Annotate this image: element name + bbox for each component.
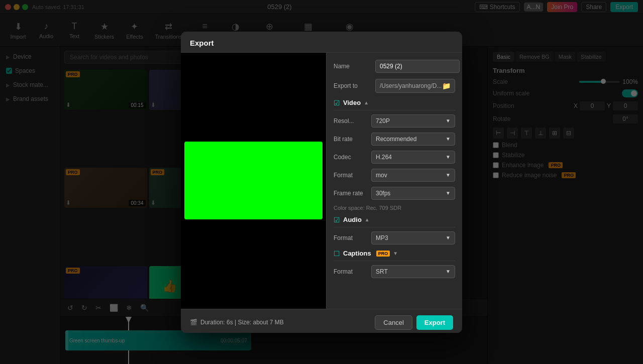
codec-row: Codec H.264 ▼ — [334, 151, 455, 164]
audio-format-value: MP3 — [376, 234, 388, 241]
preview-video — [184, 142, 323, 219]
color-space-label: Color space: Rec. 709 SDR — [334, 205, 455, 211]
audio-format-chevron-icon: ▼ — [446, 235, 451, 240]
cancel-button[interactable]: Cancel — [375, 315, 412, 330]
framerate-label: Frame rate — [334, 190, 371, 197]
framerate-value: 30fps — [376, 190, 390, 197]
codec-label: Codec — [334, 154, 371, 161]
format-label: Format — [334, 172, 371, 179]
resolution-row: Resol... 720P ▼ — [334, 114, 455, 128]
modal-preview — [181, 53, 327, 309]
browse-folder-button[interactable]: 📁 — [442, 82, 451, 90]
duration-text: Duration: 6s | Size: about 7 MB — [200, 319, 284, 326]
name-label: Name — [334, 63, 371, 70]
audio-format-dropdown[interactable]: MP3 ▼ — [371, 231, 455, 245]
video-check-icon: ☑ — [334, 99, 340, 107]
bitrate-row: Bit rate Recommended ▼ — [334, 133, 455, 146]
captions-format-chevron-icon: ▼ — [446, 269, 451, 274]
export-button[interactable]: Export — [416, 315, 453, 330]
captions-chevron-icon: ▼ — [393, 251, 398, 256]
codec-dropdown[interactable]: H.264 ▼ — [371, 151, 455, 164]
export-to-row: Export to /Users/yanhuarong/D... 📁 — [334, 79, 455, 93]
video-section-label: Video — [343, 99, 361, 106]
footer-buttons: Cancel Export — [375, 315, 453, 330]
bitrate-value: Recommended — [376, 136, 416, 143]
captions-section-header: ☐ Captions PRO ▼ — [334, 250, 455, 261]
resolution-value: 720P — [376, 117, 390, 125]
video-section-header: ☑ Video ▲ — [334, 99, 455, 110]
bitrate-label: Bit rate — [334, 136, 371, 143]
modal-overlay: Export Name 0529 (2) Export to /Users/ya… — [0, 0, 643, 364]
export-path-value: /Users/yanhuarong/D... — [380, 82, 442, 89]
duration-info: 🎬 Duration: 6s | Size: about 7 MB — [190, 319, 284, 326]
resolution-chevron-icon: ▼ — [446, 118, 451, 124]
captions-format-dropdown[interactable]: SRT ▼ — [371, 265, 455, 278]
audio-chevron-icon: ▲ — [365, 217, 370, 222]
audio-section-header: ☑ Audio ▲ — [334, 216, 455, 227]
codec-chevron-icon: ▼ — [446, 154, 451, 160]
framerate-chevron-icon: ▼ — [446, 190, 451, 196]
captions-icon: ☐ — [334, 250, 340, 258]
export-path-field: /Users/yanhuarong/D... 📁 — [375, 79, 455, 93]
captions-format-row: Format SRT ▼ — [334, 265, 455, 278]
captions-format-value: SRT — [376, 268, 388, 275]
audio-check-icon: ☑ — [334, 216, 340, 224]
audio-format-row: Format MP3 ▼ — [334, 231, 455, 245]
modal-settings: Name 0529 (2) Export to /Users/yanhuaron… — [327, 53, 462, 309]
bitrate-chevron-icon: ▼ — [446, 136, 451, 142]
framerate-row: Frame rate 30fps ▼ — [334, 187, 455, 200]
audio-section-label: Audio — [343, 216, 362, 223]
codec-value: H.264 — [376, 154, 392, 161]
captions-pro-tag: PRO — [376, 251, 390, 257]
captions-format-label: Format — [334, 268, 371, 275]
captions-section-label: Captions — [343, 250, 371, 257]
video-chevron-icon: ▲ — [364, 100, 369, 105]
export-modal: Export Name 0529 (2) Export to /Users/ya… — [181, 32, 462, 333]
format-row: Format mov ▼ — [334, 169, 455, 182]
bitrate-dropdown[interactable]: Recommended ▼ — [371, 133, 455, 146]
format-value: mov — [376, 172, 387, 179]
modal-title: Export — [181, 32, 462, 53]
name-input[interactable]: 0529 (2) — [375, 60, 460, 73]
format-chevron-icon: ▼ — [446, 172, 451, 178]
film-icon: 🎬 — [190, 319, 197, 326]
export-to-label: Export to — [334, 82, 371, 89]
framerate-dropdown[interactable]: 30fps ▼ — [371, 187, 455, 200]
name-row: Name 0529 (2) — [334, 60, 455, 73]
audio-format-label: Format — [334, 234, 371, 241]
modal-body: Name 0529 (2) Export to /Users/yanhuaron… — [181, 53, 462, 309]
modal-footer: 🎬 Duration: 6s | Size: about 7 MB Cancel… — [181, 309, 462, 333]
resolution-dropdown[interactable]: 720P ▼ — [371, 114, 455, 128]
format-dropdown[interactable]: mov ▼ — [371, 169, 455, 182]
resolution-label: Resol... — [334, 117, 371, 125]
